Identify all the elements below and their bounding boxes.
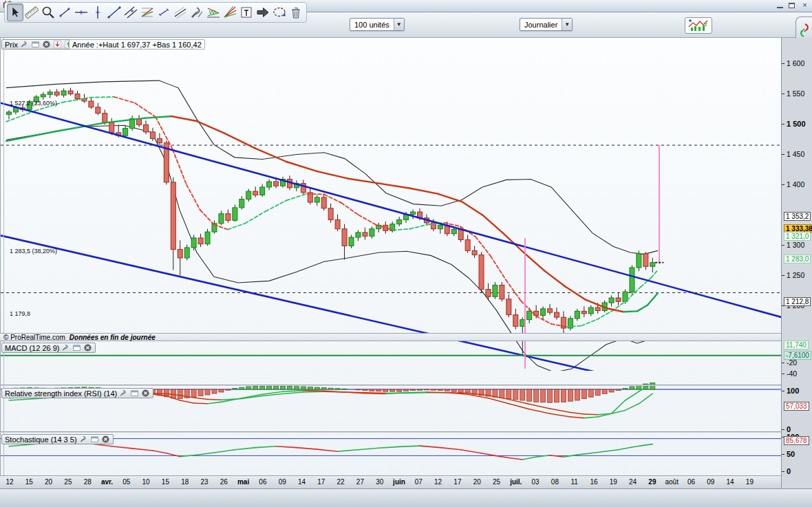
zoom-icon bbox=[41, 5, 56, 20]
x-axis-label: 18 bbox=[181, 478, 189, 486]
x-axis-label: 28 bbox=[84, 478, 92, 486]
axis-tick-mark bbox=[782, 391, 784, 391]
minimize-button[interactable] bbox=[777, 3, 783, 8]
x-axis-label: 03 bbox=[532, 478, 539, 486]
axis-tick-mark bbox=[782, 363, 784, 363]
price-plot[interactable] bbox=[1, 76, 782, 371]
select-icon bbox=[8, 5, 23, 20]
restore-button[interactable] bbox=[789, 3, 795, 8]
tool-delete-button[interactable] bbox=[288, 3, 304, 21]
tool-short-trendline-button[interactable] bbox=[156, 3, 172, 21]
wrench-icon[interactable] bbox=[79, 435, 88, 444]
display-settings-button[interactable] bbox=[685, 17, 712, 34]
tool-arrow-button[interactable] bbox=[255, 3, 271, 21]
tool-parallel-channel-button[interactable] bbox=[122, 3, 139, 21]
wrench-icon[interactable] bbox=[61, 343, 70, 352]
tool-segment-button[interactable] bbox=[56, 3, 73, 21]
mini-chart-icon bbox=[687, 19, 710, 32]
regression-line-icon bbox=[173, 5, 188, 20]
units-dropdown[interactable]: 100 unités ▼ bbox=[350, 18, 405, 31]
x-axis-label: 16 bbox=[590, 478, 597, 486]
panel-separator bbox=[0, 385, 781, 386]
x-axis-label: 30 bbox=[376, 478, 383, 486]
detach-window-icon[interactable] bbox=[90, 435, 99, 444]
fib-label-236: 1 527,2 (23,60%) bbox=[10, 100, 57, 107]
tool-ruler-button[interactable] bbox=[23, 3, 40, 21]
macd-signal-value-box: -7,6100 bbox=[784, 351, 811, 360]
price-axis-label: 1 600 bbox=[787, 59, 804, 67]
x-axis-label: 22 bbox=[337, 478, 345, 486]
drawing-tools-group bbox=[4, 2, 307, 23]
bollinger-bands bbox=[6, 80, 658, 371]
drawing-settings-icon bbox=[189, 5, 204, 20]
time-axis[interactable]: 1215202528avr.051015182326mai06091417222… bbox=[0, 475, 781, 488]
axis-tick-mark bbox=[782, 429, 784, 430]
close-panel-icon[interactable] bbox=[101, 435, 110, 444]
close-button[interactable]: × bbox=[800, 1, 809, 10]
tool-lasso-button[interactable] bbox=[271, 3, 288, 21]
x-axis-label: 14 bbox=[298, 478, 306, 486]
data-note: Données en fin de journée bbox=[70, 334, 156, 341]
ruler-icon bbox=[24, 5, 39, 20]
copyright-bar: © ProRealTime.com Données en fin de jour… bbox=[0, 333, 781, 341]
panel-separator bbox=[0, 431, 781, 433]
candlestick-series bbox=[7, 88, 655, 356]
tool-zoom-button[interactable] bbox=[40, 3, 56, 21]
x-axis-label: 09 bbox=[279, 478, 286, 486]
tool-drawing-settings-button[interactable] bbox=[189, 3, 205, 21]
arrow-icon bbox=[255, 5, 270, 20]
close-panel-icon[interactable] bbox=[42, 40, 51, 49]
tool-vertical-line-button[interactable] bbox=[89, 3, 106, 21]
tool-trendline-button[interactable] bbox=[106, 3, 122, 21]
x-axis-label: mai bbox=[237, 478, 249, 486]
axis-value-box: 1 353,2 bbox=[784, 212, 811, 221]
x-axis-label: 10 bbox=[142, 478, 150, 486]
low-level-label: 1 179,8 bbox=[10, 310, 30, 317]
tool-select-button[interactable] bbox=[7, 3, 23, 21]
x-axis-label: août bbox=[665, 478, 678, 486]
x-axis-label: 09 bbox=[707, 478, 714, 486]
wrench-icon[interactable] bbox=[119, 389, 128, 398]
year-stats-label: Année :+Haut 1 697,37 +Bas 1 160,42 bbox=[69, 39, 205, 50]
chart-left-border bbox=[3, 38, 4, 488]
detach-window-icon[interactable] bbox=[72, 343, 81, 352]
price-axis-label: 1 400 bbox=[787, 180, 804, 188]
axis-tick-mark bbox=[782, 275, 784, 276]
wrench-icon[interactable] bbox=[20, 40, 29, 49]
close-panel-icon[interactable] bbox=[141, 389, 150, 398]
price-axis-label: 1 450 bbox=[787, 150, 804, 158]
x-axis-label: 20 bbox=[45, 478, 52, 486]
axis-tick-mark bbox=[782, 374, 784, 374]
tool-fan-lines-button[interactable] bbox=[222, 3, 238, 21]
chevron-down-icon: ▼ bbox=[562, 19, 572, 30]
rsi-value-box: 57,033 bbox=[784, 402, 809, 411]
axis-tick-mark bbox=[782, 94, 784, 94]
period-dropdown[interactable]: Journalier ▼ bbox=[520, 18, 573, 31]
x-axis-label: juin bbox=[393, 478, 405, 486]
chart-area[interactable] bbox=[0, 38, 781, 488]
axis-tick-mark bbox=[782, 154, 784, 155]
x-axis-label: 12 bbox=[434, 478, 442, 486]
close-panel-icon[interactable] bbox=[83, 343, 92, 352]
tool-horizontal-line-button[interactable] bbox=[73, 3, 89, 21]
chevron-down-icon: ▼ bbox=[394, 19, 404, 30]
tool-fibonacci-retracement-button[interactable] bbox=[139, 3, 156, 21]
axis-tick-mark bbox=[782, 454, 784, 455]
price-axis[interactable]: 1 6001 5501 5001 4501 4001 3001 2501 200… bbox=[781, 38, 812, 488]
period-dropdown-value: Journalier bbox=[520, 21, 562, 29]
copyright-brand: © ProRealTime.com bbox=[3, 334, 65, 341]
tool-text-button[interactable] bbox=[238, 3, 255, 21]
parallel-channel-icon bbox=[123, 5, 138, 20]
status-bar: ▼ ▼ ◀ = ▶ bbox=[0, 488, 812, 507]
detach-window-icon[interactable] bbox=[130, 389, 139, 398]
scale-down-icon[interactable] bbox=[53, 40, 62, 49]
axis-value-box: 1 212,8 bbox=[784, 297, 811, 306]
x-axis-label: 07 bbox=[415, 478, 423, 486]
stoch-panel-header: Stochastique (14 3 5) bbox=[1, 434, 114, 444]
x-axis-label: 27 bbox=[356, 478, 364, 486]
tool-triangle-pattern-button[interactable] bbox=[205, 3, 222, 21]
detach-window-icon[interactable] bbox=[31, 40, 40, 49]
x-axis-label: 19 bbox=[746, 478, 754, 486]
lasso-icon bbox=[272, 5, 287, 20]
tool-regression-line-button[interactable] bbox=[172, 3, 189, 21]
